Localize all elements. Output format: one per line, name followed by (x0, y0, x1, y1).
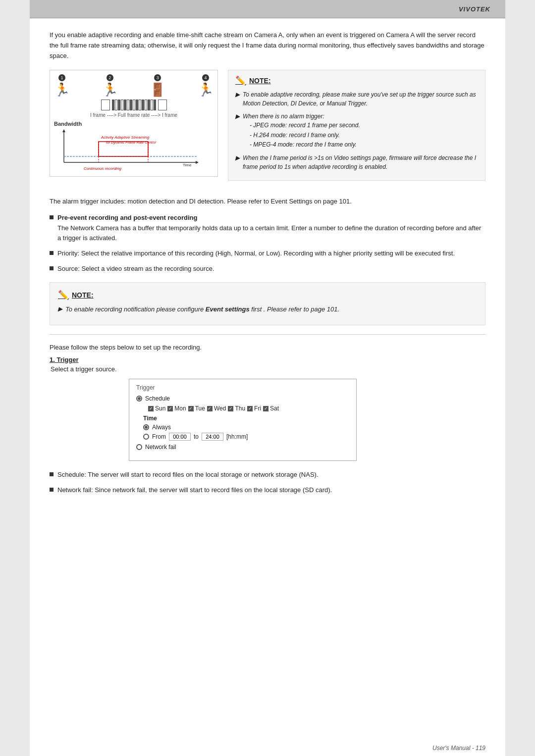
always-radio-row[interactable]: Always (143, 424, 349, 431)
time-section: Time Always From to [hh:mm] (136, 415, 349, 441)
svg-marker-2 (62, 129, 65, 132)
dense-frames (112, 100, 156, 110)
note-box-2: ✏️ NOTE: ▶ To enable recording notificat… (50, 282, 485, 326)
always-radio[interactable] (143, 424, 149, 430)
check-wed[interactable]: ✓ Wed (207, 405, 226, 412)
svg-marker-3 (196, 161, 199, 164)
person-run-icon-1: 🏃 (54, 82, 70, 98)
days-row: ✓ Sun ✓ Mon ✓ Tue ✓ Wed (136, 405, 349, 412)
to-time-input[interactable] (202, 433, 223, 441)
bullet-square-3 (50, 266, 54, 270)
note-pencil-icon-2: ✏️ (58, 290, 69, 301)
diagram-figures: 1 🏃 2 🏃 3 🚪 4 🏃 (54, 74, 214, 98)
check-thu[interactable]: ✓ Thu (228, 405, 245, 412)
note-title-1: ✏️ NOTE: (235, 75, 478, 86)
single-frame-2 (158, 100, 167, 110)
bullet-network-fail: Network fail: Since network fail, the se… (50, 485, 485, 496)
check-fri[interactable]: ✓ Fri (247, 405, 261, 412)
from-time-input[interactable] (169, 433, 191, 441)
intro-paragraph: If you enable adaptive recording and ena… (50, 30, 485, 61)
trigger-sub: Select a trigger source. (50, 365, 485, 373)
schedule-text: Schedule: The server will start to recor… (57, 470, 319, 480)
bandwidth-svg: Activity Adaptive Streaming for Dynamic … (54, 128, 203, 172)
svg-text:Continuous recording: Continuous recording (84, 166, 122, 171)
check-mon[interactable]: ✓ Mon (167, 405, 186, 412)
note-column: ✏️ NOTE: ▶ To enable adaptive recording,… (228, 70, 485, 188)
network-fail-radio-row[interactable]: Network fail (136, 444, 349, 451)
bullet-source: Source: Select a video stream as the rec… (50, 264, 485, 274)
bandwidth-section: Bandwidth (54, 121, 214, 172)
schedule-label: Schedule (145, 395, 170, 402)
check-sat[interactable]: ✓ Sat (263, 405, 279, 412)
hhmm-label: [hh:mm] (226, 433, 248, 440)
bullet-schedule: Schedule: The server will start to recor… (50, 470, 485, 480)
bandwidth-graph: Activity Adaptive Streaming for Dynamic … (54, 128, 203, 172)
schedule-radio-row[interactable]: Schedule (136, 395, 349, 402)
note-item-3: ▶ When the I frame period is >1s on Vide… (235, 153, 478, 171)
bullet-square-4 (50, 472, 54, 476)
from-to-radio[interactable] (143, 434, 149, 440)
figure-2: 2 🏃 (102, 74, 118, 98)
brand-label: VIVOTEK (459, 5, 490, 13)
note-item-4: ▶ To enable recording notification pleas… (58, 304, 477, 314)
network-fail-label: Network fail (145, 444, 176, 451)
figure-4: 4 🏃 (198, 74, 214, 98)
network-fail-text: Network fail: Since network fail, the se… (57, 485, 332, 496)
note-pencil-icon: ✏️ (235, 75, 246, 86)
check-sun[interactable]: ✓ Sun (148, 405, 165, 412)
svg-text:Time: Time (183, 163, 192, 167)
person-run-icon-4: 🏃 (198, 82, 214, 98)
alarm-text: The alarm trigger includes: motion detec… (50, 197, 485, 207)
note-item-2: ▶ When there is no alarm trigger: - JPEG… (235, 112, 478, 150)
person-run-icon-2: 🏃 (102, 82, 118, 98)
svg-text:Activity Adaptive Streaming: Activity Adaptive Streaming (101, 135, 150, 140)
frame-label: I frame ----> Full frame rate ----> I fr… (54, 112, 214, 118)
diagram-box: 1 🏃 2 🏃 3 🚪 4 🏃 (50, 70, 218, 177)
svg-text:for Dynamic Frame Rate Control: for Dynamic Frame Rate Control (106, 141, 156, 145)
footer-text: User's Manual - 119 (432, 745, 485, 752)
time-label: Time (143, 415, 349, 422)
trigger-ui-title: Trigger (136, 384, 349, 391)
network-fail-radio[interactable] (136, 444, 142, 450)
bullet-square-2 (50, 251, 54, 255)
to-label: to (194, 433, 199, 440)
note-title-2: ✏️ NOTE: (58, 290, 477, 301)
trigger-heading: 1. Trigger (50, 356, 485, 363)
figure-3: 3 🚪 (150, 74, 165, 98)
door-icon: 🚪 (150, 82, 165, 98)
schedule-radio[interactable] (136, 396, 142, 402)
header-bar: VIVOTEK (30, 0, 505, 18)
figure-1: 1 🏃 (54, 74, 70, 98)
note-sub-2: - JPEG mode: record 1 frame per second. … (243, 121, 360, 150)
note-box-1: ✏️ NOTE: ▶ To enable adaptive recording,… (228, 70, 485, 181)
steps-intro: Please follow the steps below to set up … (50, 344, 485, 351)
single-frame-1 (101, 100, 110, 110)
divider-1 (50, 334, 485, 335)
from-label: From (152, 433, 166, 440)
bullet-square-1 (50, 215, 54, 219)
bullet-pre-event: Pre-event recording and post-event recor… (50, 213, 485, 244)
note-item-1: ▶ To enable adaptive recording, please m… (235, 90, 478, 108)
from-to-row: From to [hh:mm] (143, 433, 349, 441)
always-label: Always (152, 424, 171, 431)
frame-row (54, 100, 214, 110)
diagram-column: 1 🏃 2 🏃 3 🚪 4 🏃 (50, 70, 218, 188)
footer-bar: User's Manual - 119 (30, 740, 505, 756)
check-tue[interactable]: ✓ Tue (188, 405, 205, 412)
trigger-ui-box: Trigger Schedule ✓ Sun ✓ Mon (129, 379, 357, 461)
two-col-section: 1 🏃 2 🏃 3 🚪 4 🏃 (50, 70, 485, 188)
bullet-square-5 (50, 488, 54, 492)
bullet-priority: Priority: Select the relative importance… (50, 249, 485, 259)
